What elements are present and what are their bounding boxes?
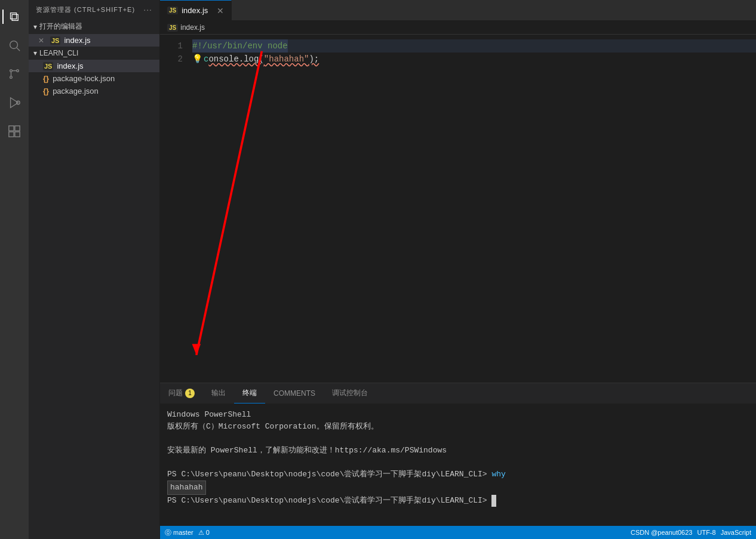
terminal-prompt-1: PS C:\Users\peanu\Desktop\nodejs\code\尝试… bbox=[167, 470, 491, 479]
explorer-icon[interactable]: ⧉ bbox=[2, 5, 26, 29]
file-item-package-json[interactable]: {} package.json bbox=[29, 85, 159, 97]
breadcrumb-js-icon: JS bbox=[167, 24, 178, 32]
open-editors-title[interactable]: ▾ 打开的编辑器 bbox=[29, 19, 159, 34]
file-item-index-js[interactable]: JS index.js bbox=[29, 60, 159, 72]
terminal-cursor bbox=[491, 495, 496, 507]
terminal-line-7: hahahah bbox=[167, 481, 749, 495]
panel-tab-problems[interactable]: 问题 1 bbox=[160, 383, 203, 404]
json-icon-1: {} bbox=[43, 74, 49, 83]
js-icon: JS bbox=[43, 62, 53, 70]
sidebar-header-icons: ··· bbox=[143, 5, 152, 14]
comments-label: COMMENTS bbox=[273, 389, 315, 398]
sidebar-header: 资源管理器 (Ctrl+Shift+E) ··· bbox=[29, 0, 159, 19]
svg-marker-7 bbox=[11, 98, 19, 108]
problems-label: 问题 bbox=[168, 388, 183, 398]
terminal-line-3 bbox=[167, 433, 749, 445]
terminal-line-6: PS C:\Users\peanu\Desktop\nodejs\code\尝试… bbox=[167, 469, 749, 481]
status-csdn: CSDN @peanut0623 bbox=[631, 529, 693, 536]
sidebar: 资源管理器 (Ctrl+Shift+E) ··· ▾ 打开的编辑器 ✕ JS i… bbox=[29, 0, 160, 539]
terminal-line-4: 安装最新的 PowerShell，了解新功能和改进！https://aka.ms… bbox=[167, 445, 749, 457]
json-icon-2: {} bbox=[43, 87, 49, 96]
project-folder-title[interactable]: ▾ LEARN_CLI bbox=[29, 47, 159, 60]
svg-point-4 bbox=[10, 70, 13, 72]
problems-badge: 1 bbox=[185, 389, 195, 398]
project-folder-section: ▾ LEARN_CLI JS index.js {} package-lock.… bbox=[29, 47, 159, 97]
source-control-icon[interactable] bbox=[2, 62, 26, 86]
svg-point-0 bbox=[10, 41, 18, 49]
panel-tab-comments[interactable]: COMMENTS bbox=[265, 383, 324, 404]
tab-index-js[interactable]: JS index.js ✕ bbox=[160, 0, 232, 20]
status-language: JavaScript bbox=[721, 529, 751, 536]
svg-rect-9 bbox=[9, 126, 14, 131]
main-content: JS index.js ✕ JS index.js 1 2 #!/usr/bin… bbox=[160, 0, 756, 539]
code-line-1: #!/usr/bin/env node bbox=[192, 39, 756, 53]
code-content[interactable]: #!/usr/bin/env node 💡console.log("hahaha… bbox=[190, 35, 756, 383]
svg-line-1 bbox=[17, 48, 20, 51]
file-name-package-json: package.json bbox=[53, 87, 99, 96]
file-item-package-lock-json[interactable]: {} package-lock.json bbox=[29, 72, 159, 85]
tab-close-button[interactable]: ✕ bbox=[217, 6, 224, 16]
chevron-down-icon: ▾ bbox=[33, 23, 37, 31]
git-branch: ⓪ master bbox=[165, 528, 193, 537]
svg-rect-10 bbox=[15, 126, 20, 131]
terminal-panel: 问题 1 输出 终端 COMMENTS 调试控制台 Windows PowerS… bbox=[160, 383, 756, 526]
status-encoding: UTF-8 bbox=[697, 529, 715, 536]
svg-rect-11 bbox=[9, 132, 14, 137]
panel-tab-terminal[interactable]: 终端 bbox=[234, 383, 265, 404]
panel-tab-output[interactable]: 输出 bbox=[203, 383, 234, 404]
open-editor-filename: index.js bbox=[64, 36, 90, 45]
open-editor-item-index-js[interactable]: ✕ JS index.js bbox=[29, 34, 159, 47]
code-line-2: 💡console.log("hahahah"); bbox=[192, 53, 756, 66]
svg-point-2 bbox=[10, 76, 13, 79]
panel-tab-debug-console[interactable]: 调试控制台 bbox=[324, 383, 376, 404]
sidebar-title: 资源管理器 (Ctrl+Shift+E) bbox=[36, 5, 135, 14]
search-icon[interactable] bbox=[2, 33, 26, 57]
open-editors-section: ▾ 打开的编辑器 ✕ JS index.js bbox=[29, 19, 159, 47]
status-bar-left: ⓪ master ⚠ 0 bbox=[165, 528, 210, 537]
editor-wrapper: 1 2 #!/usr/bin/env node 💡console.log("ha… bbox=[160, 35, 756, 383]
chevron-down-icon-2: ▾ bbox=[33, 49, 37, 57]
terminal-cmd-1: why bbox=[491, 470, 505, 479]
status-bar-right: CSDN @peanut0623 UTF-8 JavaScript bbox=[631, 529, 751, 536]
line-number-2: 2 bbox=[160, 53, 183, 66]
line-number-1: 1 bbox=[160, 39, 183, 53]
extensions-icon[interactable] bbox=[2, 119, 26, 143]
file-name-index-js: index.js bbox=[57, 61, 83, 70]
terminal-line-1: Windows PowerShell bbox=[167, 409, 749, 421]
errors-count: ⚠ 0 bbox=[198, 529, 210, 537]
lightbulb-icon: 💡 bbox=[192, 54, 202, 64]
terminal-line-2: 版权所有（C）Microsoft Corporation。保留所有权利。 bbox=[167, 421, 749, 433]
status-bar: ⓪ master ⚠ 0 CSDN @peanut0623 UTF-8 Java… bbox=[160, 526, 756, 539]
line-numbers: 1 2 bbox=[160, 35, 190, 383]
terminal-output-highlighted: hahahah bbox=[167, 481, 206, 495]
debug-icon[interactable] bbox=[2, 91, 26, 115]
terminal-line-8: PS C:\Users\peanu\Desktop\nodejs\code\尝试… bbox=[167, 495, 749, 507]
file-name-package-lock: package-lock.json bbox=[53, 74, 115, 83]
more-icon[interactable]: ··· bbox=[143, 5, 152, 14]
terminal-prompt-2: PS C:\Users\peanu\Desktop\nodejs\code\尝试… bbox=[167, 496, 491, 505]
debug-console-label: 调试控制台 bbox=[332, 388, 368, 398]
breadcrumb-filename: index.js bbox=[180, 23, 205, 32]
js-file-icon: JS bbox=[50, 36, 60, 45]
svg-point-3 bbox=[17, 70, 19, 72]
code-editor[interactable]: 1 2 #!/usr/bin/env node 💡console.log("ha… bbox=[160, 35, 756, 383]
terminal-line-5 bbox=[167, 457, 749, 469]
tab-label: index.js bbox=[182, 6, 208, 15]
activity-bar: ⧉ bbox=[0, 0, 29, 539]
tab-js-icon: JS bbox=[167, 7, 178, 14]
panel-tabs: 问题 1 输出 终端 COMMENTS 调试控制台 bbox=[160, 383, 756, 404]
tab-bar: JS index.js ✕ bbox=[160, 0, 756, 21]
terminal-label: 终端 bbox=[242, 388, 257, 398]
close-icon[interactable]: ✕ bbox=[38, 36, 44, 45]
output-label: 输出 bbox=[211, 388, 226, 398]
breadcrumb: JS index.js bbox=[160, 21, 756, 35]
terminal-content[interactable]: Windows PowerShell 版权所有（C）Microsoft Corp… bbox=[160, 404, 756, 526]
svg-rect-12 bbox=[15, 132, 20, 137]
